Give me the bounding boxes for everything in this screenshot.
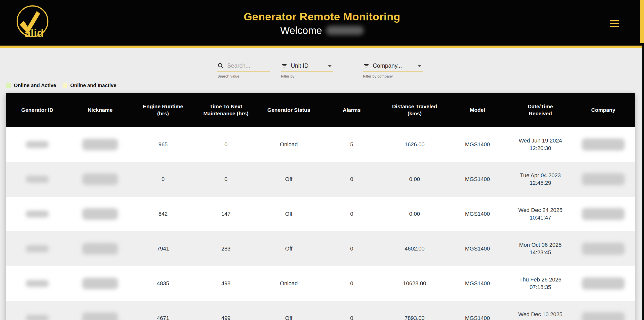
cell-time-to-next-maintenance: 283 [194, 231, 257, 266]
welcome-username-redacted [326, 26, 364, 35]
legend-label-inactive: Online and Inactive [70, 83, 116, 88]
redacted-value [582, 138, 625, 151]
cell-alarms: 0 [320, 162, 383, 197]
cell-company [572, 162, 635, 197]
cell-generator-status: Off [257, 231, 320, 266]
redacted-value [82, 278, 118, 289]
cell-generator-status: Onload [257, 266, 320, 301]
cell-distance-traveled: 4602.00 [383, 231, 446, 266]
chevron-down-icon [328, 65, 332, 67]
cell-generator-id [6, 231, 69, 266]
company-filter-select[interactable]: Company... Filter by company [363, 60, 423, 72]
redacted-value [26, 315, 49, 320]
scrollbar-track[interactable] [642, 45, 644, 320]
cell-distance-traveled: 7893.00 [383, 301, 446, 320]
redacted-value [82, 312, 118, 320]
cell-generator-status: Onload [257, 127, 320, 162]
table-row[interactable]: 842 147 Off 0 0.00 MGS1400 Wed Dec 24 20… [6, 197, 635, 231]
company-helper-text: Filter by company [363, 74, 393, 78]
menu-bar [610, 26, 619, 27]
cell-model: MGS1400 [446, 301, 509, 320]
cell-company [572, 127, 635, 162]
cell-model: MGS1400 [446, 162, 509, 197]
column-header-company: Company [572, 93, 635, 127]
table-row[interactable]: 0 0 Off 0 0.00 MGS1400 Tue Apr 04 2023 1… [6, 162, 635, 197]
filter-icon [281, 63, 288, 69]
welcome-label: Welcome [280, 25, 322, 36]
redacted-value [582, 312, 625, 320]
redacted-value [26, 210, 49, 218]
app-header: alid Generator Remote Monitoring Welcome [0, 0, 644, 48]
chevron-down-icon [418, 65, 422, 67]
column-header-generator-status: Generator Status [257, 93, 320, 127]
redacted-value [26, 280, 49, 287]
cell-datetime-received: Thu Feb 26 2026 07:18:35 [509, 266, 572, 301]
legend-item-inactive: Online and Inactive [63, 83, 116, 88]
cell-nickname [69, 127, 132, 162]
cell-generator-id [6, 266, 69, 301]
table-row[interactable]: 7941 283 Off 0 4602.00 MGS1400 Mon Oct 0… [6, 231, 635, 266]
cell-datetime-received: Wed Dec 10 2025 00:41:43 [509, 301, 572, 320]
table-body: 965 0 Onload 5 1626.00 MGS1400 Wed Jun 1… [6, 127, 635, 320]
cell-nickname [69, 301, 132, 320]
search-icon [217, 62, 224, 69]
cell-alarms: 0 [320, 301, 383, 320]
search-placeholder: Search... [227, 62, 250, 69]
cell-model: MGS1400 [446, 127, 509, 162]
menu-bar [610, 23, 619, 24]
cell-distance-traveled: 0.00 [383, 162, 446, 197]
cell-engine-runtime: 4835 [132, 266, 194, 301]
unit-id-helper-text: Filter by [281, 74, 294, 78]
cell-time-to-next-maintenance: 0 [194, 127, 257, 162]
cell-company [572, 197, 635, 231]
cell-datetime-received: Tue Apr 04 2023 12:45:29 [509, 162, 572, 197]
cell-datetime-received: Wed Jun 19 2024 12:20:30 [509, 127, 572, 162]
cell-company [572, 301, 635, 320]
cell-datetime-received: Wed Dec 24 2025 10:41:47 [509, 197, 572, 231]
redacted-value [582, 173, 625, 185]
menu-icon[interactable] [610, 20, 619, 28]
filter-icon [363, 63, 370, 69]
unit-id-filter-value: Unit ID [291, 62, 308, 69]
column-header-nickname: Nickname [69, 93, 132, 127]
company-filter-value: Company... [373, 62, 402, 69]
redacted-value [26, 176, 49, 183]
cell-company [572, 266, 635, 301]
cell-model: MGS1400 [446, 231, 509, 266]
redacted-value [82, 243, 118, 255]
search-input[interactable]: Search... Search value [217, 60, 270, 72]
cell-nickname [69, 266, 132, 301]
cell-model: MGS1400 [446, 197, 509, 231]
scrollbar-thumb[interactable] [640, 0, 644, 43]
table-header-row: Generator ID Nickname Engine Runtime (hr… [6, 93, 635, 127]
redacted-value [82, 208, 118, 220]
cell-engine-runtime: 965 [132, 127, 194, 162]
column-header-distance-traveled: Distance Traveled (kms) [383, 93, 446, 127]
page-title: Generator Remote Monitoring [0, 11, 644, 23]
cell-alarms: 5 [320, 127, 383, 162]
cell-generator-status: Off [257, 197, 320, 231]
cell-distance-traveled: 0.00 [383, 197, 446, 231]
unit-id-filter-select[interactable]: Unit ID Filter by [281, 60, 333, 72]
cell-engine-runtime: 842 [132, 197, 194, 231]
cell-engine-runtime: 0 [132, 162, 194, 197]
cell-alarms: 0 [320, 266, 383, 301]
cell-nickname [69, 231, 132, 266]
cell-time-to-next-maintenance: 0 [194, 162, 257, 197]
redacted-value [82, 139, 118, 150]
column-header-time-to-next-maintenance: Time To Next Maintenance (hrs) [194, 93, 257, 127]
redacted-value [582, 243, 625, 255]
table-row[interactable]: 4835 498 Onload 0 10628.00 MGS1400 Thu F… [6, 266, 635, 301]
legend-swatch-inactive [63, 83, 67, 88]
redacted-value [582, 208, 625, 220]
search-helper-text: Search value [217, 74, 239, 78]
table-row[interactable]: 965 0 Onload 5 1626.00 MGS1400 Wed Jun 1… [6, 127, 635, 162]
cell-nickname [69, 162, 132, 197]
column-header-alarms: Alarms [320, 93, 383, 127]
column-header-datetime-received: Date/Time Received [509, 93, 572, 127]
cell-company [572, 231, 635, 266]
redacted-value [82, 173, 118, 185]
legend-label-active: Online and Active [14, 83, 56, 88]
table-row[interactable]: 4671 499 Off 0 7893.00 MGS1400 Wed Dec 1… [6, 301, 635, 320]
column-header-model: Model [446, 93, 509, 127]
